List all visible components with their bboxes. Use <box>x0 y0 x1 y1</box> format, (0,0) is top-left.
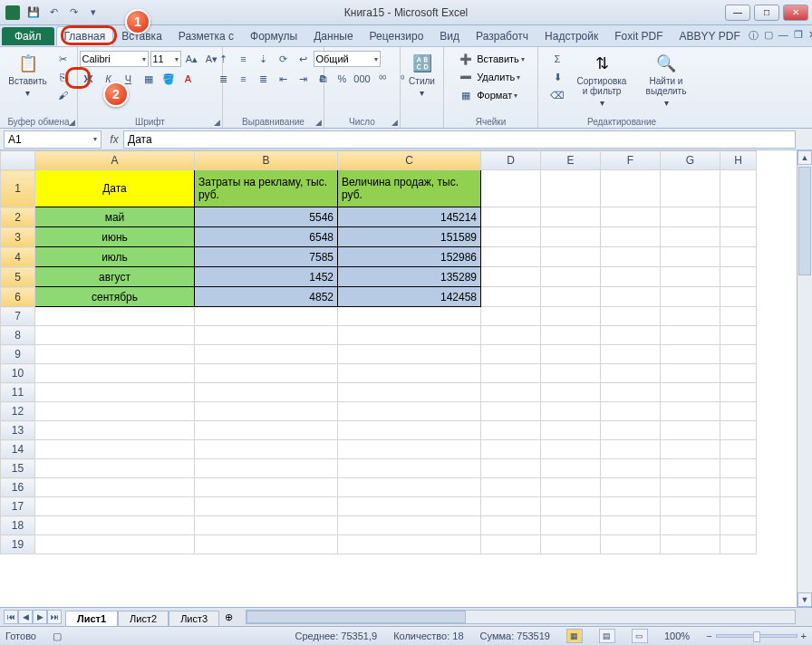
cell-B19[interactable] <box>195 535 338 554</box>
paste-button[interactable]: 📋 Вставить ▾ <box>5 51 50 100</box>
row-header-2[interactable]: 2 <box>1 207 35 227</box>
font-color-button[interactable]: A <box>179 71 198 87</box>
select-all-corner[interactable] <box>1 151 35 170</box>
cell-E16[interactable] <box>541 478 601 497</box>
view-layout-button[interactable]: ▤ <box>599 629 615 643</box>
cell-H19[interactable] <box>720 535 757 554</box>
increase-decimal-button[interactable]: ⁰⁰ <box>373 71 392 87</box>
cell-B18[interactable] <box>195 516 338 535</box>
cell-G10[interactable] <box>661 364 720 383</box>
cell-H10[interactable] <box>720 364 757 383</box>
cell-F16[interactable] <box>601 478 661 497</box>
cell-B7[interactable] <box>195 307 338 326</box>
cell-F1[interactable] <box>601 170 661 207</box>
increase-indent-button[interactable]: ⇥ <box>295 71 313 87</box>
number-format-combo[interactable]: Общий▾ <box>314 51 381 67</box>
row-header-9[interactable]: 9 <box>1 345 35 364</box>
cell-E3[interactable] <box>541 227 601 247</box>
cut-button[interactable]: ✂ <box>54 51 72 67</box>
cell-D19[interactable] <box>481 535 541 554</box>
close-button[interactable]: ✕ <box>783 5 808 21</box>
cell-C7[interactable] <box>338 307 481 326</box>
format-painter-button[interactable]: 🖌 <box>54 87 72 103</box>
autosum-button[interactable]: Σ <box>548 51 566 67</box>
cell-A10[interactable] <box>35 364 195 383</box>
row-header-16[interactable]: 16 <box>1 478 35 497</box>
cell-C6[interactable]: 142458 <box>338 287 481 307</box>
cell-H3[interactable] <box>720 227 757 247</box>
cell-D10[interactable] <box>481 364 541 383</box>
formula-input[interactable]: Дата <box>123 130 796 149</box>
decrease-indent-button[interactable]: ⇤ <box>275 71 293 87</box>
cell-B1[interactable]: Затраты на рекламу, тыс. руб. <box>195 170 338 207</box>
cell-A4[interactable]: июль <box>35 247 195 267</box>
cell-F6[interactable] <box>601 287 661 307</box>
cell-F5[interactable] <box>601 267 661 287</box>
cell-A18[interactable] <box>35 516 195 535</box>
sheet-nav-first[interactable]: ⏮ <box>4 610 18 624</box>
row-header-13[interactable]: 13 <box>1 421 35 440</box>
cell-H16[interactable] <box>720 478 757 497</box>
cell-A9[interactable] <box>35 345 195 364</box>
ribbon-minimize-icon[interactable]: ▢ <box>764 29 773 43</box>
row-header-5[interactable]: 5 <box>1 267 35 287</box>
row-header-8[interactable]: 8 <box>1 326 35 345</box>
cell-D6[interactable] <box>481 287 541 307</box>
cell-F11[interactable] <box>601 383 661 402</box>
cell-B3[interactable]: 6548 <box>195 227 338 247</box>
vertical-scrollbar[interactable]: ▲ ▼ <box>797 150 812 607</box>
qat-customize[interactable]: ▾ <box>85 5 102 21</box>
copy-button[interactable]: ⎘ <box>54 69 72 85</box>
cell-D2[interactable] <box>481 207 541 227</box>
cell-G14[interactable] <box>661 440 720 459</box>
row-header-6[interactable]: 6 <box>1 287 35 307</box>
cell-A17[interactable] <box>35 497 195 516</box>
ribbon-tab-3[interactable]: Формулы <box>242 26 305 46</box>
cell-D16[interactable] <box>481 478 541 497</box>
ribbon-tab-9[interactable]: Foxit PDF <box>606 26 671 46</box>
cell-C2[interactable]: 145214 <box>338 207 481 227</box>
cell-G8[interactable] <box>661 326 720 345</box>
cell-B9[interactable] <box>195 345 338 364</box>
ribbon-tab-8[interactable]: Надстройк <box>536 26 606 46</box>
minimize-button[interactable]: — <box>725 5 750 21</box>
cell-E6[interactable] <box>541 287 601 307</box>
cell-F15[interactable] <box>601 459 661 478</box>
sheet-nav-next[interactable]: ▶ <box>33 610 47 624</box>
cell-A1[interactable]: Дата <box>35 170 195 207</box>
border-button[interactable]: ▦ <box>140 71 158 87</box>
cell-G6[interactable] <box>661 287 720 307</box>
cell-B10[interactable] <box>195 364 338 383</box>
col-header-H[interactable]: H <box>720 151 757 170</box>
doc-restore-icon[interactable]: ❐ <box>794 29 803 43</box>
row-header-7[interactable]: 7 <box>1 307 35 326</box>
cell-D12[interactable] <box>481 402 541 421</box>
cell-G19[interactable] <box>661 535 720 554</box>
cell-F7[interactable] <box>601 307 661 326</box>
cell-A6[interactable]: сентябрь <box>35 287 195 307</box>
cell-F4[interactable] <box>601 247 661 267</box>
cell-F12[interactable] <box>601 402 661 421</box>
cell-D14[interactable] <box>481 440 541 459</box>
sheet-tab-Лист1[interactable]: Лист1 <box>65 611 118 626</box>
cell-H15[interactable] <box>720 459 757 478</box>
col-header-D[interactable]: D <box>481 151 541 170</box>
cell-E10[interactable] <box>541 364 601 383</box>
file-tab[interactable]: Файл <box>2 27 54 45</box>
find-select-button[interactable]: 🔍 Найти и выделить▾ <box>637 51 695 110</box>
row-header-11[interactable]: 11 <box>1 383 35 402</box>
cell-C1[interactable]: Величина продаж, тыс. руб. <box>338 170 481 207</box>
insert-cells-button[interactable]: ➕Вставить▾ <box>457 51 525 67</box>
fill-color-button[interactable]: 🪣 <box>160 71 178 87</box>
cell-H9[interactable] <box>720 345 757 364</box>
row-header-18[interactable]: 18 <box>1 516 35 535</box>
cell-H12[interactable] <box>720 402 757 421</box>
cell-B14[interactable] <box>195 440 338 459</box>
row-header-3[interactable]: 3 <box>1 227 35 247</box>
cell-F19[interactable] <box>601 535 661 554</box>
col-header-B[interactable]: B <box>195 151 338 170</box>
cell-H14[interactable] <box>720 440 757 459</box>
cell-A2[interactable]: май <box>35 207 195 227</box>
cell-H4[interactable] <box>720 247 757 267</box>
cell-A13[interactable] <box>35 421 195 440</box>
